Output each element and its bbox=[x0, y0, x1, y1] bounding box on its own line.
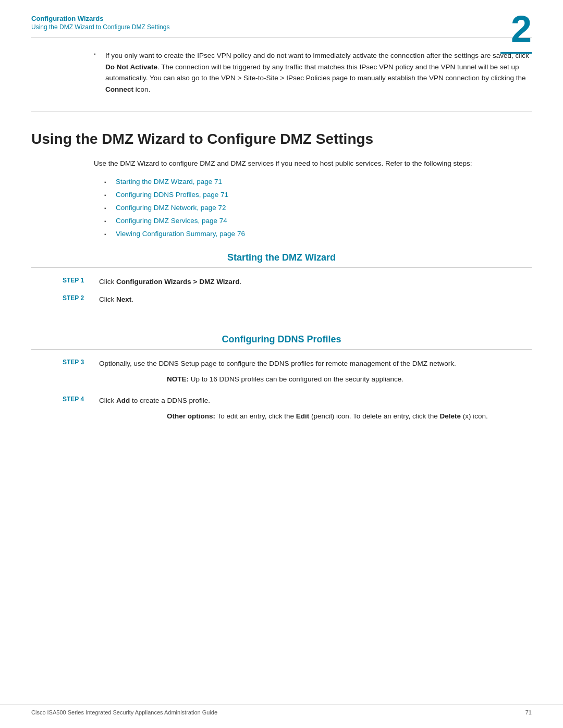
bold-do-not-activate: Do Not Activate bbox=[105, 63, 157, 71]
step-4: STEP 4 Click Add to create a DDNS profil… bbox=[31, 395, 532, 426]
bold-add: Add bbox=[116, 397, 130, 404]
step-3: STEP 3 Optionally, use the DDNS Setup pa… bbox=[31, 358, 532, 389]
intro-section: ▪ If you only want to create the IPsec V… bbox=[31, 38, 532, 112]
step-3-label: STEP 3 bbox=[63, 358, 99, 366]
sub-divider-1 bbox=[31, 267, 532, 268]
toc-item-4: ▪ Configuring DMZ Services, page 74 bbox=[104, 217, 532, 225]
step-4-label: STEP 4 bbox=[63, 395, 99, 403]
sub-heading-starting: Starting the DMZ Wizard bbox=[31, 252, 532, 263]
bold-next: Next bbox=[116, 295, 131, 303]
step-1: STEP 1 Click Configuration Wizards > DMZ… bbox=[31, 276, 532, 288]
bold-config-wizards: Configuration Wizards > DMZ Wizard bbox=[116, 278, 239, 286]
intro-paragraph: Use the DMZ Wizard to configure DMZ and … bbox=[31, 158, 532, 169]
step-2: STEP 2 Click Next. bbox=[31, 294, 532, 305]
page-footer: Cisco ISA500 Series Integrated Security … bbox=[0, 705, 563, 715]
sub-heading-ddns: Configuring DDNS Profiles bbox=[31, 334, 532, 345]
main-section-heading: Using the DMZ Wizard to Configure DMZ Se… bbox=[31, 131, 532, 147]
step-2-label: STEP 2 bbox=[63, 294, 99, 302]
bold-note: NOTE: bbox=[167, 375, 189, 383]
note-text: NOTE: Up to 16 DDNS profiles can be conf… bbox=[167, 374, 456, 385]
toc-bullet-icon: ▪ bbox=[104, 179, 112, 185]
bold-edit: Edit bbox=[296, 412, 310, 420]
sub-divider-2 bbox=[31, 349, 532, 350]
intro-bullet-text: If you only want to create the IPsec VPN… bbox=[105, 50, 532, 95]
toc-link-1[interactable]: Starting the DMZ Wizard, page 71 bbox=[116, 178, 222, 186]
toc-item-2: ▪ Configuring DDNS Profiles, page 71 bbox=[104, 191, 532, 199]
toc-bullet-icon: ▪ bbox=[104, 205, 112, 211]
toc-bullet-icon: ▪ bbox=[104, 231, 112, 237]
step-4-other-options: Other options: To edit an entry, click t… bbox=[99, 411, 488, 422]
toc-link-3[interactable]: Configuring DMZ Network, page 72 bbox=[116, 204, 226, 212]
toc-link-5[interactable]: Viewing Configuration Summary, page 76 bbox=[116, 230, 245, 238]
breadcrumb-title: Configuration Wizards bbox=[31, 15, 532, 22]
step-4-content: Click Add to create a DDNS profile. bbox=[99, 397, 210, 404]
step-3-content: Optionally, use the DDNS Setup page to c… bbox=[99, 360, 456, 367]
content-area: ▪ If you only want to create the IPsec V… bbox=[0, 38, 563, 426]
bold-delete: Delete bbox=[439, 412, 461, 420]
footer-page-number: 71 bbox=[525, 709, 532, 715]
step-3-note: NOTE: Up to 16 DDNS profiles can be conf… bbox=[99, 374, 456, 385]
other-options-text: Other options: To edit an entry, click t… bbox=[167, 411, 488, 422]
toc-link-4[interactable]: Configuring DMZ Services, page 74 bbox=[116, 217, 227, 225]
intro-bullet-item: ▪ If you only want to create the IPsec V… bbox=[94, 50, 532, 95]
header: Configuration Wizards Using the DMZ Wiza… bbox=[0, 0, 563, 31]
breadcrumb-sub: Using the DMZ Wizard to Configure DMZ Se… bbox=[31, 23, 532, 31]
bullet-icon: ▪ bbox=[94, 51, 100, 57]
toc-item-3: ▪ Configuring DMZ Network, page 72 bbox=[104, 204, 532, 212]
toc-list: ▪ Starting the DMZ Wizard, page 71 ▪ Con… bbox=[31, 178, 532, 238]
toc-bullet-icon: ▪ bbox=[104, 192, 112, 198]
toc-link-2[interactable]: Configuring DDNS Profiles, page 71 bbox=[116, 191, 228, 199]
footer-left-text: Cisco ISA500 Series Integrated Security … bbox=[31, 709, 217, 715]
toc-item-1: ▪ Starting the DMZ Wizard, page 71 bbox=[104, 178, 532, 186]
chapter-line bbox=[500, 52, 532, 54]
section-divider bbox=[31, 112, 532, 112]
bold-other-options: Other options: bbox=[167, 412, 215, 420]
step-1-label: STEP 1 bbox=[63, 276, 99, 284]
page-container: Configuration Wizards Using the DMZ Wiza… bbox=[0, 0, 563, 728]
toc-item-5: ▪ Viewing Configuration Summary, page 76 bbox=[104, 230, 532, 238]
step-2-content: Click Next. bbox=[99, 294, 133, 305]
chapter-number: 2 bbox=[511, 10, 532, 48]
bold-connect: Connect bbox=[105, 85, 133, 93]
step-1-content: Click Configuration Wizards > DMZ Wizard… bbox=[99, 276, 241, 288]
toc-bullet-icon: ▪ bbox=[104, 218, 112, 224]
